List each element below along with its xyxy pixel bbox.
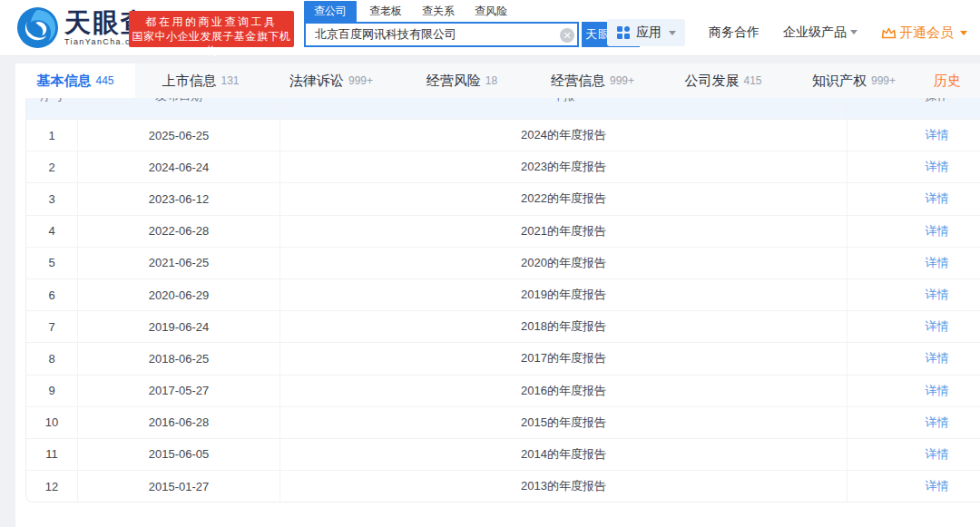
report-name: 2016的年度报告 (521, 383, 606, 399)
table-row: 12025-06-252024的年度报告详情 (26, 119, 980, 151)
section-tabs: 基本信息445上市信息131法律诉讼999+经营风险18经营信息999+公司发展… (15, 63, 980, 98)
section-tab[interactable]: 上市信息131 (135, 63, 266, 98)
detail-link[interactable]: 详情 (926, 383, 949, 399)
section-tab-label: 经营信息 (551, 73, 605, 90)
section-tab[interactable]: 经营信息999+ (527, 63, 658, 98)
search-type-tabs: 查公司查老板查关系查风险 (304, 4, 640, 22)
section-tab[interactable]: 历史 (919, 63, 980, 98)
crown-icon (881, 26, 897, 40)
table-row: 52021-06-252020的年度报告详情 (26, 247, 980, 278)
chevron-down-icon (669, 31, 676, 35)
top-nav: 应用 商务合作 企业级产品 开通会员 (607, 19, 980, 46)
report-name: 2019的年度报告 (521, 287, 606, 303)
section-tab-count: 999+ (871, 74, 896, 87)
search-type-tab[interactable]: 查风险 (475, 1, 507, 22)
publish-date: 2025-06-25 (149, 129, 210, 142)
publish-date: 2018-06-25 (149, 352, 210, 366)
col-header-date: 发布日期 (155, 98, 202, 105)
section-tab-count: 18 (485, 74, 497, 87)
publish-date: 2019-06-24 (149, 320, 210, 334)
row-number: 9 (48, 384, 54, 397)
report-name: 2020的年度报告 (521, 255, 606, 271)
publish-date: 2015-06-05 (149, 447, 210, 461)
table-row: 122015-01-272013的年度报告详情 (26, 470, 980, 502)
row-number: 10 (45, 415, 58, 429)
search-area: 查公司查老板查关系查风险 ✕ 天眼一下 (304, 4, 640, 47)
promo-line2: 国家中小企业发展子基金旗下机构 (129, 29, 294, 58)
section-tab[interactable]: 基本信息445 (15, 63, 135, 98)
chevron-down-icon (850, 30, 858, 34)
detail-link[interactable]: 详情 (926, 318, 949, 335)
row-number: 3 (48, 192, 54, 206)
section-tab-label: 知识产权 (812, 73, 867, 90)
section-tab[interactable]: 知识产权999+ (789, 63, 919, 98)
section-tab-count: 445 (95, 74, 113, 87)
table-row: 32023-06-122022的年度报告详情 (26, 182, 980, 214)
publish-date: 2017-05-27 (149, 384, 210, 397)
section-tab-count: 131 (220, 74, 239, 87)
tianyancha-logo-icon (16, 6, 59, 49)
col-header-action: 操作 (926, 98, 949, 105)
col-header-no: 序号 (40, 98, 64, 105)
detail-link[interactable]: 详情 (926, 478, 949, 494)
publish-date: 2024-06-24 (149, 161, 210, 174)
detail-link[interactable]: 详情 (926, 350, 949, 366)
report-name: 2013的年度报告 (521, 478, 606, 494)
annual-report-table: 序号 发布日期 年报 操作 12025-06-252024的年度报告详情2202… (25, 98, 980, 503)
detail-link[interactable]: 详情 (926, 190, 949, 207)
top-header: 天眼查 TianYanCha.com 都在用的商业查询工具 国家中小企业发展子基… (0, 0, 980, 56)
detail-link[interactable]: 详情 (926, 127, 949, 143)
detail-link[interactable]: 详情 (926, 287, 949, 303)
report-name: 2015的年度报告 (521, 415, 606, 431)
detail-link[interactable]: 详情 (926, 415, 949, 431)
report-name: 2021的年度报告 (521, 223, 606, 239)
search-type-tab[interactable]: 查关系 (422, 1, 455, 22)
nav-enterprise-products[interactable]: 企业级产品 (783, 24, 858, 41)
chevron-down-icon (960, 31, 967, 35)
vip-upgrade-button[interactable]: 开通会员 (881, 24, 967, 42)
apps-label: 应用 (636, 24, 662, 41)
report-name: 2022的年度报告 (521, 190, 606, 207)
report-name: 2023的年度报告 (521, 159, 606, 175)
detail-link[interactable]: 详情 (926, 446, 949, 463)
section-tab-label: 基本信息 (36, 73, 91, 90)
section-tab-count: 999+ (348, 74, 373, 87)
publish-date: 2022-06-28 (149, 224, 210, 238)
section-tab[interactable]: 法律诉讼999+ (266, 63, 397, 98)
detail-link[interactable]: 详情 (926, 223, 949, 239)
table-header-row: 序号 发布日期 年报 操作 (26, 98, 980, 119)
vip-label: 开通会员 (899, 24, 954, 42)
row-number: 5 (48, 256, 54, 269)
table-row: 92017-05-272016的年度报告详情 (26, 375, 980, 406)
clear-search-icon[interactable]: ✕ (560, 28, 574, 43)
detail-link[interactable]: 详情 (926, 159, 949, 175)
promo-line1: 都在用的商业查询工具 (129, 15, 294, 29)
nav-business-cooperation[interactable]: 商务合作 (709, 24, 760, 41)
section-tab-label: 上市信息 (162, 73, 216, 90)
section-tab-label: 历史 (934, 73, 961, 90)
report-table-body: 12025-06-252024的年度报告详情22024-06-242023的年度… (26, 119, 980, 502)
section-tab[interactable]: 公司发展415 (658, 63, 789, 98)
section-tab-count: 415 (743, 74, 761, 87)
content-card: 基本信息445上市信息131法律诉讼999+经营风险18经营信息999+公司发展… (15, 63, 980, 527)
row-number: 7 (48, 320, 54, 334)
report-name: 2014的年度报告 (521, 446, 606, 463)
section-tab[interactable]: 经营风险18 (397, 63, 527, 98)
search-type-tab[interactable]: 查公司 (304, 1, 357, 22)
apps-grid-icon (616, 25, 631, 40)
report-name: 2024的年度报告 (521, 127, 606, 143)
search-input[interactable] (304, 22, 579, 47)
search-type-tab[interactable]: 查老板 (369, 1, 402, 22)
promo-badge: 都在用的商业查询工具 国家中小企业发展子基金旗下机构 (129, 11, 294, 47)
table-row: 82018-06-252017的年度报告详情 (26, 342, 980, 374)
table-row: 42022-06-282021的年度报告详情 (26, 215, 980, 247)
row-number: 8 (48, 352, 54, 366)
enterprise-label: 企业级产品 (783, 24, 847, 39)
detail-link[interactable]: 详情 (926, 255, 949, 271)
publish-date: 2015-01-27 (149, 480, 210, 493)
publish-date: 2016-06-28 (149, 415, 210, 429)
table-row: 62020-06-292019的年度报告详情 (26, 278, 980, 310)
table-row: 22024-06-242023的年度报告详情 (26, 151, 980, 182)
apps-menu-button[interactable]: 应用 (607, 19, 685, 46)
report-name: 2017的年度报告 (521, 350, 606, 366)
